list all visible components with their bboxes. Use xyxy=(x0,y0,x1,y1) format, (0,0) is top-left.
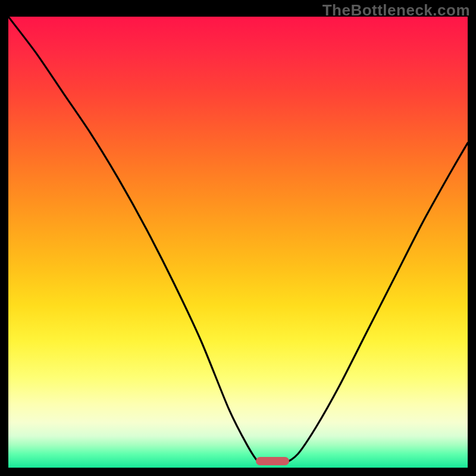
plot-area xyxy=(8,17,468,468)
bottleneck-curve xyxy=(8,17,468,468)
chart-frame: TheBottleneck.com xyxy=(0,0,476,476)
target-marker xyxy=(256,457,289,465)
watermark-text: TheBottleneck.com xyxy=(322,1,470,20)
